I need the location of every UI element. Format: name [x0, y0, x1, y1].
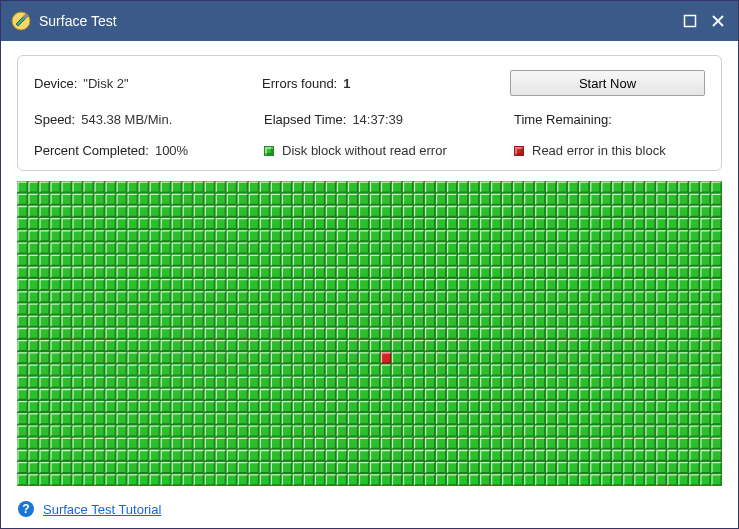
svg-rect-991 — [325, 364, 336, 376]
svg-rect-689 — [524, 303, 535, 315]
svg-rect-276 — [204, 230, 215, 242]
svg-rect-831 — [678, 327, 689, 339]
svg-rect-373 — [568, 242, 579, 254]
svg-rect-706 — [711, 303, 722, 315]
svg-rect-645 — [39, 303, 50, 315]
svg-rect-987 — [281, 364, 292, 376]
svg-rect-863 — [325, 340, 336, 352]
svg-rect-344 — [248, 242, 259, 254]
svg-rect-1158 — [50, 401, 61, 413]
svg-rect-1285 — [39, 425, 50, 437]
legend-bad-icon — [514, 146, 524, 156]
svg-rect-1080 — [601, 376, 612, 388]
svg-rect-178 — [535, 205, 546, 217]
svg-rect-1590 — [579, 474, 590, 486]
svg-rect-1521 — [524, 462, 535, 474]
tutorial-link[interactable]: Surface Test Tutorial — [43, 502, 161, 517]
svg-rect-678 — [403, 303, 414, 315]
svg-rect-845 — [127, 340, 138, 352]
svg-rect-446 — [667, 254, 678, 266]
svg-rect-1410 — [711, 437, 722, 449]
percent-label: Percent Completed: — [34, 143, 149, 158]
svg-rect-905 — [83, 352, 94, 364]
svg-rect-462 — [138, 266, 149, 278]
svg-rect-38 — [403, 181, 414, 193]
svg-rect-1547 — [105, 474, 116, 486]
svg-rect-452 — [28, 266, 39, 278]
svg-rect-108 — [469, 193, 480, 205]
svg-rect-82 — [182, 193, 193, 205]
svg-rect-216 — [248, 218, 259, 230]
svg-rect-359 — [414, 242, 425, 254]
svg-rect-1443 — [370, 449, 381, 461]
svg-rect-1478 — [50, 462, 61, 474]
svg-rect-699 — [634, 303, 645, 315]
svg-rect-830 — [667, 327, 678, 339]
svg-rect-768 — [689, 315, 700, 327]
svg-rect-744 — [425, 315, 436, 327]
svg-rect-107 — [458, 193, 469, 205]
svg-rect-894 — [667, 340, 678, 352]
svg-rect-564 — [557, 279, 568, 291]
svg-rect-983 — [237, 364, 248, 376]
svg-rect-206 — [138, 218, 149, 230]
svg-rect-141 — [127, 205, 138, 217]
svg-rect-952 — [601, 352, 612, 364]
svg-rect-343 — [237, 242, 248, 254]
svg-rect-726 — [226, 315, 237, 327]
svg-rect-686 — [491, 303, 502, 315]
svg-rect-332 — [116, 242, 127, 254]
svg-rect-1070 — [491, 376, 502, 388]
svg-rect-442 — [623, 254, 634, 266]
svg-rect-1128 — [425, 388, 436, 400]
svg-rect-1597 — [656, 474, 667, 486]
svg-rect-1173 — [215, 401, 226, 413]
svg-rect-1424 — [160, 449, 171, 461]
svg-rect-187 — [634, 205, 645, 217]
svg-rect-1503 — [325, 462, 336, 474]
svg-rect-1133 — [480, 388, 491, 400]
svg-rect-570 — [623, 279, 634, 291]
svg-rect-172 — [469, 205, 480, 217]
svg-rect-1463 — [590, 449, 601, 461]
svg-rect-21 — [215, 181, 226, 193]
svg-rect-1201 — [524, 401, 535, 413]
svg-rect-159 — [325, 205, 336, 217]
svg-rect-1561 — [259, 474, 270, 486]
close-button[interactable] — [704, 7, 732, 35]
svg-rect-505 — [612, 266, 623, 278]
svg-rect-959 — [678, 352, 689, 364]
svg-rect-1286 — [50, 425, 61, 437]
svg-rect-545 — [347, 279, 358, 291]
svg-rect-876 — [469, 340, 480, 352]
svg-rect-1030 — [50, 376, 61, 388]
svg-rect-1238 — [226, 413, 237, 425]
svg-rect-1262 — [491, 413, 502, 425]
start-now-button[interactable]: Start Now — [510, 70, 705, 96]
svg-rect-1303 — [237, 425, 248, 437]
svg-rect-584 — [72, 291, 83, 303]
svg-rect-1419 — [105, 449, 116, 461]
svg-rect-554 — [447, 279, 458, 291]
svg-rect-1447 — [414, 449, 425, 461]
svg-rect-747 — [458, 315, 469, 327]
svg-rect-673 — [347, 303, 358, 315]
svg-rect-368 — [513, 242, 524, 254]
svg-rect-1111 — [237, 388, 248, 400]
svg-rect-1395 — [546, 437, 557, 449]
svg-rect-497 — [524, 266, 535, 278]
svg-rect-530 — [182, 279, 193, 291]
svg-rect-397 — [127, 254, 138, 266]
svg-rect-526 — [138, 279, 149, 291]
svg-rect-1448 — [425, 449, 436, 461]
svg-rect-978 — [182, 364, 193, 376]
svg-rect-294 — [403, 230, 414, 242]
svg-rect-208 — [160, 218, 171, 230]
svg-rect-396 — [116, 254, 127, 266]
svg-rect-846 — [138, 340, 149, 352]
svg-rect-1451 — [458, 449, 469, 461]
svg-rect-507 — [634, 266, 645, 278]
svg-rect-1233 — [171, 413, 182, 425]
maximize-button[interactable] — [676, 7, 704, 35]
svg-rect-821 — [568, 327, 579, 339]
